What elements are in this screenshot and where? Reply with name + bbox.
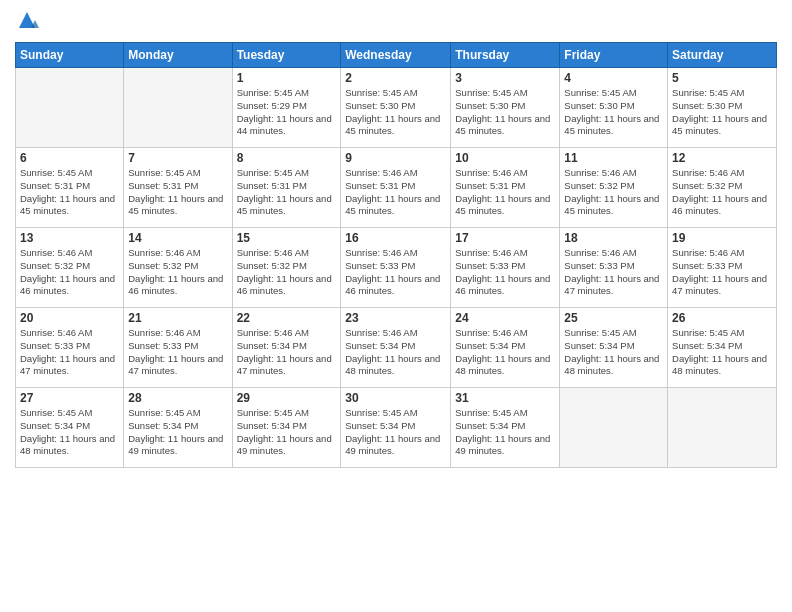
week-row-5: 27Sunrise: 5:45 AMSunset: 5:34 PMDayligh… xyxy=(16,388,777,468)
day-cell: 3Sunrise: 5:45 AMSunset: 5:30 PMDaylight… xyxy=(451,68,560,148)
col-header-wednesday: Wednesday xyxy=(341,43,451,68)
day-number: 24 xyxy=(455,311,555,325)
day-cell: 20Sunrise: 5:46 AMSunset: 5:33 PMDayligh… xyxy=(16,308,124,388)
day-info: Sunrise: 5:45 AMSunset: 5:34 PMDaylight:… xyxy=(455,407,555,458)
day-number: 31 xyxy=(455,391,555,405)
day-number: 30 xyxy=(345,391,446,405)
day-number: 3 xyxy=(455,71,555,85)
day-cell: 10Sunrise: 5:46 AMSunset: 5:31 PMDayligh… xyxy=(451,148,560,228)
day-cell: 8Sunrise: 5:45 AMSunset: 5:31 PMDaylight… xyxy=(232,148,341,228)
day-info: Sunrise: 5:46 AMSunset: 5:32 PMDaylight:… xyxy=(237,247,337,298)
day-info: Sunrise: 5:45 AMSunset: 5:34 PMDaylight:… xyxy=(564,327,663,378)
day-number: 28 xyxy=(128,391,227,405)
day-cell: 31Sunrise: 5:45 AMSunset: 5:34 PMDayligh… xyxy=(451,388,560,468)
day-cell xyxy=(668,388,777,468)
day-number: 6 xyxy=(20,151,119,165)
day-info: Sunrise: 5:45 AMSunset: 5:34 PMDaylight:… xyxy=(672,327,772,378)
day-info: Sunrise: 5:45 AMSunset: 5:29 PMDaylight:… xyxy=(237,87,337,138)
day-number: 29 xyxy=(237,391,337,405)
col-header-saturday: Saturday xyxy=(668,43,777,68)
day-cell: 21Sunrise: 5:46 AMSunset: 5:33 PMDayligh… xyxy=(124,308,232,388)
day-cell: 30Sunrise: 5:45 AMSunset: 5:34 PMDayligh… xyxy=(341,388,451,468)
day-cell xyxy=(16,68,124,148)
day-info: Sunrise: 5:46 AMSunset: 5:33 PMDaylight:… xyxy=(672,247,772,298)
day-cell: 13Sunrise: 5:46 AMSunset: 5:32 PMDayligh… xyxy=(16,228,124,308)
day-cell: 15Sunrise: 5:46 AMSunset: 5:32 PMDayligh… xyxy=(232,228,341,308)
day-number: 13 xyxy=(20,231,119,245)
day-cell xyxy=(560,388,668,468)
day-info: Sunrise: 5:45 AMSunset: 5:31 PMDaylight:… xyxy=(20,167,119,218)
day-cell: 14Sunrise: 5:46 AMSunset: 5:32 PMDayligh… xyxy=(124,228,232,308)
day-info: Sunrise: 5:46 AMSunset: 5:31 PMDaylight:… xyxy=(345,167,446,218)
day-cell: 28Sunrise: 5:45 AMSunset: 5:34 PMDayligh… xyxy=(124,388,232,468)
day-info: Sunrise: 5:46 AMSunset: 5:34 PMDaylight:… xyxy=(237,327,337,378)
day-number: 1 xyxy=(237,71,337,85)
day-cell: 29Sunrise: 5:45 AMSunset: 5:34 PMDayligh… xyxy=(232,388,341,468)
week-row-3: 13Sunrise: 5:46 AMSunset: 5:32 PMDayligh… xyxy=(16,228,777,308)
day-cell: 9Sunrise: 5:46 AMSunset: 5:31 PMDaylight… xyxy=(341,148,451,228)
col-header-tuesday: Tuesday xyxy=(232,43,341,68)
day-cell: 24Sunrise: 5:46 AMSunset: 5:34 PMDayligh… xyxy=(451,308,560,388)
logo xyxy=(15,10,41,34)
day-number: 11 xyxy=(564,151,663,165)
day-cell xyxy=(124,68,232,148)
day-info: Sunrise: 5:45 AMSunset: 5:30 PMDaylight:… xyxy=(564,87,663,138)
day-info: Sunrise: 5:46 AMSunset: 5:32 PMDaylight:… xyxy=(128,247,227,298)
day-info: Sunrise: 5:46 AMSunset: 5:32 PMDaylight:… xyxy=(672,167,772,218)
day-number: 15 xyxy=(237,231,337,245)
day-number: 5 xyxy=(672,71,772,85)
day-cell: 19Sunrise: 5:46 AMSunset: 5:33 PMDayligh… xyxy=(668,228,777,308)
day-number: 17 xyxy=(455,231,555,245)
day-cell: 6Sunrise: 5:45 AMSunset: 5:31 PMDaylight… xyxy=(16,148,124,228)
header xyxy=(15,10,777,34)
day-number: 10 xyxy=(455,151,555,165)
day-info: Sunrise: 5:46 AMSunset: 5:31 PMDaylight:… xyxy=(455,167,555,218)
day-number: 4 xyxy=(564,71,663,85)
day-info: Sunrise: 5:46 AMSunset: 5:33 PMDaylight:… xyxy=(345,247,446,298)
day-info: Sunrise: 5:45 AMSunset: 5:31 PMDaylight:… xyxy=(237,167,337,218)
day-cell: 26Sunrise: 5:45 AMSunset: 5:34 PMDayligh… xyxy=(668,308,777,388)
day-info: Sunrise: 5:46 AMSunset: 5:34 PMDaylight:… xyxy=(455,327,555,378)
day-number: 23 xyxy=(345,311,446,325)
day-cell: 18Sunrise: 5:46 AMSunset: 5:33 PMDayligh… xyxy=(560,228,668,308)
calendar: SundayMondayTuesdayWednesdayThursdayFrid… xyxy=(15,42,777,468)
day-info: Sunrise: 5:45 AMSunset: 5:34 PMDaylight:… xyxy=(237,407,337,458)
day-info: Sunrise: 5:46 AMSunset: 5:33 PMDaylight:… xyxy=(564,247,663,298)
day-number: 8 xyxy=(237,151,337,165)
day-info: Sunrise: 5:46 AMSunset: 5:32 PMDaylight:… xyxy=(564,167,663,218)
day-number: 20 xyxy=(20,311,119,325)
day-number: 9 xyxy=(345,151,446,165)
day-info: Sunrise: 5:45 AMSunset: 5:30 PMDaylight:… xyxy=(455,87,555,138)
day-cell: 22Sunrise: 5:46 AMSunset: 5:34 PMDayligh… xyxy=(232,308,341,388)
week-row-4: 20Sunrise: 5:46 AMSunset: 5:33 PMDayligh… xyxy=(16,308,777,388)
col-header-thursday: Thursday xyxy=(451,43,560,68)
day-info: Sunrise: 5:45 AMSunset: 5:30 PMDaylight:… xyxy=(672,87,772,138)
day-info: Sunrise: 5:46 AMSunset: 5:33 PMDaylight:… xyxy=(20,327,119,378)
day-cell: 16Sunrise: 5:46 AMSunset: 5:33 PMDayligh… xyxy=(341,228,451,308)
day-number: 16 xyxy=(345,231,446,245)
col-header-monday: Monday xyxy=(124,43,232,68)
day-number: 22 xyxy=(237,311,337,325)
header-row: SundayMondayTuesdayWednesdayThursdayFrid… xyxy=(16,43,777,68)
day-cell: 25Sunrise: 5:45 AMSunset: 5:34 PMDayligh… xyxy=(560,308,668,388)
day-info: Sunrise: 5:46 AMSunset: 5:34 PMDaylight:… xyxy=(345,327,446,378)
day-number: 25 xyxy=(564,311,663,325)
day-number: 12 xyxy=(672,151,772,165)
day-number: 26 xyxy=(672,311,772,325)
col-header-sunday: Sunday xyxy=(16,43,124,68)
day-number: 19 xyxy=(672,231,772,245)
day-cell: 27Sunrise: 5:45 AMSunset: 5:34 PMDayligh… xyxy=(16,388,124,468)
day-info: Sunrise: 5:46 AMSunset: 5:32 PMDaylight:… xyxy=(20,247,119,298)
day-number: 14 xyxy=(128,231,227,245)
page: SundayMondayTuesdayWednesdayThursdayFrid… xyxy=(0,0,792,612)
day-cell: 4Sunrise: 5:45 AMSunset: 5:30 PMDaylight… xyxy=(560,68,668,148)
day-cell: 1Sunrise: 5:45 AMSunset: 5:29 PMDaylight… xyxy=(232,68,341,148)
day-cell: 11Sunrise: 5:46 AMSunset: 5:32 PMDayligh… xyxy=(560,148,668,228)
day-info: Sunrise: 5:46 AMSunset: 5:33 PMDaylight:… xyxy=(128,327,227,378)
day-cell: 17Sunrise: 5:46 AMSunset: 5:33 PMDayligh… xyxy=(451,228,560,308)
day-cell: 7Sunrise: 5:45 AMSunset: 5:31 PMDaylight… xyxy=(124,148,232,228)
day-number: 27 xyxy=(20,391,119,405)
day-info: Sunrise: 5:45 AMSunset: 5:34 PMDaylight:… xyxy=(345,407,446,458)
day-cell: 12Sunrise: 5:46 AMSunset: 5:32 PMDayligh… xyxy=(668,148,777,228)
day-info: Sunrise: 5:45 AMSunset: 5:31 PMDaylight:… xyxy=(128,167,227,218)
